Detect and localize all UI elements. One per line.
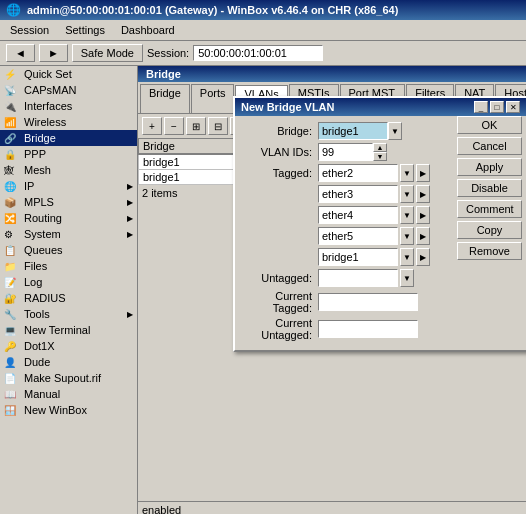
tagged-input-4[interactable] <box>318 248 398 266</box>
sidebar-item-queues[interactable]: 📋 Queues <box>0 242 137 258</box>
tagged-arrow-down-2[interactable]: ▼ <box>400 206 414 224</box>
sidebar-label-manual: Manual <box>24 388 60 400</box>
sidebar-label-queues: Queues <box>24 244 63 256</box>
sidebar-item-wireless[interactable]: 📶 Wireless <box>0 114 137 130</box>
ppp-icon: 🔒 <box>4 149 16 160</box>
sidebar-item-mpls[interactable]: 📦 MPLS ▶ <box>0 194 137 210</box>
vlan-ids-label: VLAN IDs: <box>243 146 318 158</box>
sidebar-item-manual[interactable]: 📖 Manual <box>0 386 137 402</box>
vlan-spin-up[interactable]: ▲ <box>373 143 387 152</box>
content-area: Bridge Bridge Ports VLANs MSTIs Port MST… <box>138 66 526 514</box>
tagged-arrow-right-3[interactable]: ▶ <box>416 227 430 245</box>
back-button[interactable]: ◄ <box>6 44 35 62</box>
sidebar-item-mesh[interactable]: 🕸 Mesh <box>0 162 137 178</box>
sidebar-item-make-supout[interactable]: 📄 Make Supout.rif <box>0 370 137 386</box>
sidebar-label-quick-set: Quick Set <box>24 68 72 80</box>
mesh-icon: 🕸 <box>4 165 14 176</box>
tagged-arrow-down-0[interactable]: ▼ <box>400 164 414 182</box>
sidebar-item-tools[interactable]: 🔧 Tools ▶ <box>0 306 137 322</box>
tagged-select-1: ▼ ▶ <box>318 185 430 203</box>
window-title: admin@50:00:00:01:00:01 (Gateway) - WinB… <box>27 4 520 16</box>
bridge-icon: 🔗 <box>4 133 16 144</box>
system-arrow-icon: ▶ <box>127 230 133 239</box>
tagged-arrow-down-4[interactable]: ▼ <box>400 248 414 266</box>
tagged-input-3[interactable] <box>318 227 398 245</box>
tagged-arrow-down-1[interactable]: ▼ <box>400 185 414 203</box>
new-bridge-vlan-dialog: New Bridge VLAN _ □ ✕ Bridge: ▼ <box>233 96 526 352</box>
tagged-arrow-right-4[interactable]: ▶ <box>416 248 430 266</box>
tagged-select-4: ▼ ▶ <box>318 248 430 266</box>
sidebar-item-ip[interactable]: 🌐 IP ▶ <box>0 178 137 194</box>
comment-button[interactable]: Comment <box>457 200 522 218</box>
sidebar-item-ppp[interactable]: 🔒 PPP <box>0 146 137 162</box>
dialog-minimize-button[interactable]: _ <box>474 101 488 113</box>
bridge-dropdown-arrow[interactable]: ▼ <box>388 122 402 140</box>
sidebar-item-system[interactable]: ⚙ System ▶ <box>0 226 137 242</box>
forward-button[interactable]: ► <box>39 44 68 62</box>
tagged-input-0[interactable] <box>318 164 398 182</box>
sidebar-item-dude[interactable]: 👤 Dude <box>0 354 137 370</box>
tagged-arrow-right-0[interactable]: ▶ <box>416 164 430 182</box>
apply-button[interactable]: Apply <box>457 158 522 176</box>
cancel-button[interactable]: Cancel <box>457 137 522 155</box>
sidebar-item-bridge[interactable]: 🔗 Bridge <box>0 130 137 146</box>
sidebar-label-mpls: MPLS <box>24 196 54 208</box>
tagged-arrow-right-1[interactable]: ▶ <box>416 185 430 203</box>
menu-settings[interactable]: Settings <box>59 22 111 38</box>
app-icon: 🌐 <box>6 3 21 17</box>
untagged-input[interactable] <box>318 269 398 287</box>
title-bar: 🌐 admin@50:00:00:01:00:01 (Gateway) - Wi… <box>0 0 526 20</box>
tagged-arrow-right-2[interactable]: ▶ <box>416 206 430 224</box>
vlan-ids-input[interactable] <box>318 143 373 161</box>
tools-arrow-icon: ▶ <box>127 310 133 319</box>
safe-mode-button[interactable]: Safe Mode <box>72 44 143 62</box>
sidebar-item-files[interactable]: 📁 Files <box>0 258 137 274</box>
tools-icon: 🔧 <box>4 309 16 320</box>
remove-button[interactable]: Remove <box>457 242 522 260</box>
sidebar-item-interfaces[interactable]: 🔌 Interfaces <box>0 98 137 114</box>
supout-icon: 📄 <box>4 373 16 384</box>
mpls-icon: 📦 <box>4 197 16 208</box>
sidebar-label-log: Log <box>24 276 42 288</box>
tagged-select-0: ▼ ▶ <box>318 164 430 182</box>
sidebar-item-log[interactable]: 📝 Log <box>0 274 137 290</box>
menu-session[interactable]: Session <box>4 22 55 38</box>
manual-icon: 📖 <box>4 389 16 400</box>
menu-dashboard[interactable]: Dashboard <box>115 22 181 38</box>
sidebar-item-quick-set[interactable]: ⚡ Quick Set <box>0 66 137 82</box>
untagged-arrow[interactable]: ▼ <box>400 269 414 287</box>
ok-button[interactable]: OK <box>457 116 522 134</box>
vlan-spin-down[interactable]: ▼ <box>373 152 387 161</box>
system-icon: ⚙ <box>4 229 13 240</box>
sidebar-item-dot1x[interactable]: 🔑 Dot1X <box>0 338 137 354</box>
dialog-close-button[interactable]: ✕ <box>506 101 520 113</box>
sidebar: ⚡ Quick Set 📡 CAPsMAN 🔌 Interfaces 📶 Wir… <box>0 66 138 514</box>
tagged-input-2[interactable] <box>318 206 398 224</box>
sidebar-item-radius[interactable]: 🔐 RADIUS <box>0 290 137 306</box>
menu-bar: Session Settings Dashboard <box>0 20 526 41</box>
routing-arrow-icon: ▶ <box>127 214 133 223</box>
session-input[interactable] <box>193 45 323 61</box>
bridge-select[interactable] <box>318 122 388 140</box>
untagged-field-row: Untagged: ▼ <box>243 269 518 287</box>
sidebar-item-routing[interactable]: 🔀 Routing ▶ <box>0 210 137 226</box>
terminal-icon: 💻 <box>4 325 16 336</box>
dialog-buttons: OK Cancel Apply Disable Comment Copy Rem… <box>457 116 522 260</box>
copy-button[interactable]: Copy <box>457 221 522 239</box>
winbox-icon: 🪟 <box>4 405 16 416</box>
sidebar-item-capsman[interactable]: 📡 CAPsMAN <box>0 82 137 98</box>
untagged-label: Untagged: <box>243 272 318 284</box>
tagged-arrow-down-3[interactable]: ▼ <box>400 227 414 245</box>
disable-button[interactable]: Disable <box>457 179 522 197</box>
wireless-icon: 📶 <box>4 117 16 128</box>
sidebar-item-new-terminal[interactable]: 💻 New Terminal <box>0 322 137 338</box>
sidebar-label-files: Files <box>24 260 47 272</box>
tagged-input-1[interactable] <box>318 185 398 203</box>
sidebar-item-new-winbox[interactable]: 🪟 New WinBox <box>0 402 137 418</box>
sidebar-label-interfaces: Interfaces <box>24 100 72 112</box>
sidebar-label-capsman: CAPsMAN <box>24 84 77 96</box>
radius-icon: 🔐 <box>4 293 16 304</box>
dialog-maximize-button[interactable]: □ <box>490 101 504 113</box>
toolbar: ◄ ► Safe Mode Session: <box>0 41 526 66</box>
bridge-field-label: Bridge: <box>243 125 318 137</box>
